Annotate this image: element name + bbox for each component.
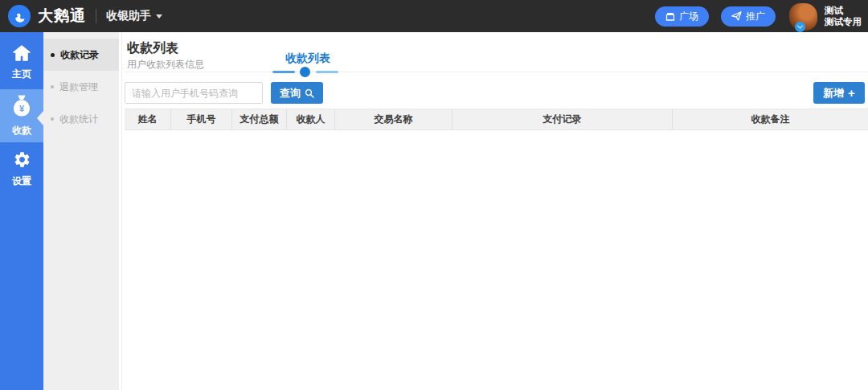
column-header-transaction-name: 交易名称: [335, 109, 452, 129]
plaza-button[interactable]: 广场: [655, 6, 709, 27]
user-info: 测试 测试专用: [825, 5, 862, 27]
column-header-collect-remark: 收款备注: [673, 109, 868, 129]
page-subtitle: 用户收款列表信息: [127, 58, 204, 72]
brand-name: 大鹅通: [38, 6, 86, 27]
bullet-icon: [51, 85, 54, 88]
paper-plane-icon: [731, 11, 742, 21]
magnifier-icon: [305, 88, 314, 98]
chevron-down-badge-icon: [795, 22, 805, 32]
add-button[interactable]: 新增 +: [813, 82, 865, 104]
content-left-border: [121, 32, 122, 390]
primary-sidebar: 主页 ¥ 收款 设置: [0, 32, 43, 390]
column-header-total-paid: 支付总额: [232, 109, 287, 129]
promote-button-label: 推广: [746, 10, 765, 23]
submenu-item-collect-records[interactable]: 收款记录: [43, 39, 119, 71]
search-button[interactable]: 查询: [271, 82, 323, 104]
app-window: 大鹅通 收银助手 广场 推广 测试: [0, 0, 868, 390]
main-layout: 主页 ¥ 收款 设置 收款记录: [0, 32, 868, 390]
sidebar-item-label: 主页: [12, 68, 31, 81]
content-area: 收款列表 用户收款列表信息 收款列表 查询 新增 +: [119, 32, 868, 390]
chevron-down-icon: [156, 14, 162, 18]
user-role: 测试专用: [825, 16, 862, 27]
submenu-item-label: 退款管理: [59, 80, 98, 94]
sidebar-item-label: 设置: [12, 174, 31, 188]
tab-indicator: [272, 67, 338, 77]
submenu-item-label: 收款记录: [60, 48, 99, 62]
submenu-item-refund-management[interactable]: 退款管理: [43, 71, 119, 103]
search-button-label: 查询: [280, 86, 301, 101]
promote-button[interactable]: 推广: [721, 6, 776, 27]
user-name: 测试: [825, 5, 862, 16]
indicator-dash-right: [316, 71, 338, 73]
add-button-label: 新增: [823, 86, 844, 101]
plaza-button-label: 广场: [679, 10, 698, 23]
svg-text:¥: ¥: [19, 104, 25, 113]
tab-collect-list[interactable]: 收款列表: [273, 51, 342, 66]
home-icon: [12, 44, 31, 62]
bullet-icon: [51, 53, 55, 57]
table-header-row: 姓名 手机号 支付总额 收款人 交易名称 支付记录 收款备注: [125, 109, 868, 130]
moneybag-yen-icon: ¥: [10, 94, 33, 118]
sidebar-item-settings[interactable]: 设置: [0, 142, 43, 195]
swan-icon: [11, 8, 27, 24]
column-header-payment-records: 支付记录: [452, 109, 673, 129]
storefront-icon: [665, 12, 675, 21]
app-switcher[interactable]: 收银助手: [106, 9, 162, 23]
brand-logo[interactable]: [8, 5, 31, 27]
divider: [96, 9, 96, 23]
column-header-name: 姓名: [125, 109, 171, 129]
submenu-item-collect-stats[interactable]: 收款统计: [43, 103, 119, 135]
submenu-notch: [37, 111, 43, 125]
bullet-icon: [51, 117, 54, 121]
indicator-dot-icon: [300, 67, 310, 77]
column-header-payee: 收款人: [287, 109, 335, 129]
topbar: 大鹅通 收银助手 广场 推广 测试: [0, 0, 868, 32]
app-name: 收银助手: [106, 9, 151, 23]
indicator-dash-left: [272, 71, 295, 73]
sidebar-item-label: 收款: [12, 124, 31, 138]
search-input[interactable]: [125, 82, 263, 104]
gear-icon: [13, 150, 31, 169]
secondary-sidebar: 收款记录 退款管理 收款统计: [43, 32, 119, 390]
page-title: 收款列表: [127, 40, 178, 57]
tabbar-divider: [125, 72, 868, 72]
chevron-down-icon: [797, 23, 803, 29]
sidebar-item-home[interactable]: 主页: [0, 36, 43, 89]
submenu-item-label: 收款统计: [59, 113, 98, 126]
plus-icon: +: [848, 86, 855, 100]
user-menu[interactable]: [789, 2, 817, 31]
column-header-phone: 手机号: [171, 109, 232, 129]
